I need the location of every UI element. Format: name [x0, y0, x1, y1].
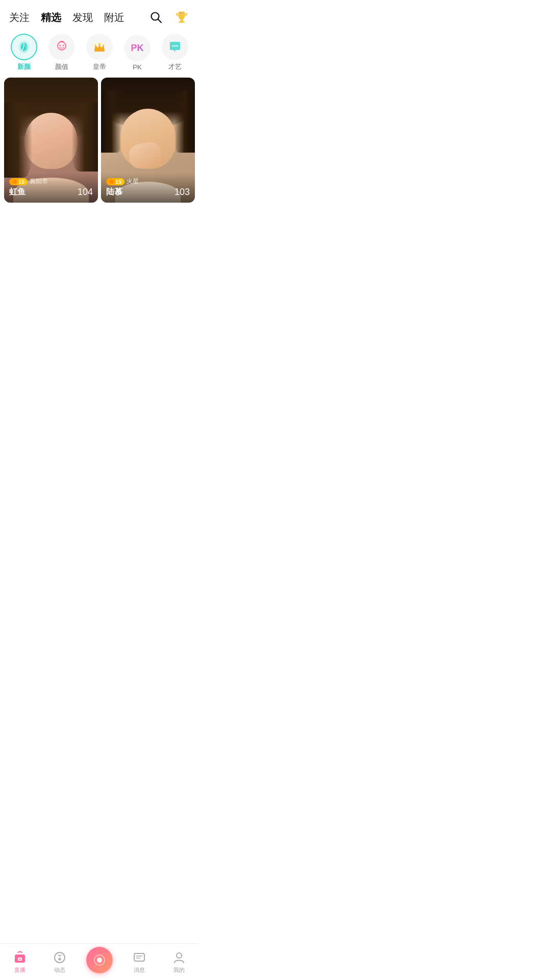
crown-icon: [92, 40, 107, 54]
card-1-location: 襄阳市: [30, 177, 48, 186]
svg-point-7: [58, 42, 66, 50]
search-icon: [149, 11, 163, 24]
nav-tab-featured[interactable]: 精选: [40, 9, 62, 27]
live-card-2[interactable]: 15 火星 陆慕 103: [101, 78, 195, 203]
svg-point-11: [98, 43, 101, 45]
card-2-overlay: 15 火星 陆慕 103: [101, 173, 195, 203]
cat-label-pk: PK: [133, 63, 141, 71]
svg-point-14: [172, 45, 174, 47]
live-card-1[interactable]: 15 襄阳市 虹鱼 104: [4, 78, 98, 203]
card-1-level: 15: [9, 178, 28, 185]
svg-point-16: [177, 45, 178, 47]
card-2-level: 15: [106, 178, 124, 185]
card-2-location: 火星: [127, 177, 139, 186]
svg-point-12: [95, 44, 96, 46]
svg-rect-3: [179, 21, 185, 23]
card-1-viewers: 104: [78, 187, 93, 198]
ranking-button[interactable]: 榜: [172, 8, 191, 27]
cat-label-talent: 才艺: [168, 62, 182, 71]
chat-bubble-icon: [168, 40, 182, 54]
svg-point-13: [103, 44, 105, 46]
card-1-overlay: 15 襄阳市 虹鱼 104: [4, 173, 98, 203]
cat-pk[interactable]: PK PK: [118, 35, 156, 71]
svg-point-8: [60, 45, 61, 46]
category-bar: 新颜 颜值 皇帝 PK: [0, 31, 199, 74]
nav-tab-discover[interactable]: 发现: [71, 9, 94, 27]
svg-point-15: [174, 45, 176, 47]
cat-talent[interactable]: 才艺: [156, 34, 194, 71]
cat-label-beauty: 颜值: [55, 62, 68, 71]
nav-tab-follow[interactable]: 关注: [8, 9, 31, 27]
cat-icon-pk-wrap: PK: [124, 35, 151, 61]
cat-beauty[interactable]: 颜值: [43, 34, 81, 71]
trophy-icon: 榜: [174, 10, 189, 25]
card-2-viewers: 103: [174, 187, 190, 198]
search-button[interactable]: [147, 8, 165, 27]
nav-tabs: 关注 精选 发现 附近: [8, 9, 147, 27]
cat-icon-new-face-wrap: [11, 34, 37, 60]
svg-point-17: [13, 180, 17, 184]
nav-tab-nearby[interactable]: 附近: [103, 9, 126, 27]
pk-text-icon: PK: [131, 43, 143, 53]
svg-rect-10: [94, 50, 105, 52]
card-2-name: 陆慕: [106, 187, 122, 198]
cat-new-face[interactable]: 新颜: [5, 34, 43, 71]
nav-icons: 榜: [147, 8, 191, 27]
top-nav: 关注 精选 发现 附近 榜: [0, 0, 199, 31]
cat-icon-beauty-wrap: [48, 34, 75, 60]
cat-icon-talent-wrap: [162, 34, 188, 60]
leaf-icon: [17, 40, 31, 54]
live-grid: 15 襄阳市 虹鱼 104: [0, 74, 199, 203]
svg-rect-2: [180, 20, 183, 21]
cat-label-emperor: 皇帝: [93, 62, 106, 71]
cat-emperor[interactable]: 皇帝: [81, 34, 118, 71]
cat-label-new-face: 新颜: [17, 62, 31, 71]
svg-point-18: [110, 180, 114, 184]
face-icon: [55, 40, 69, 54]
card-1-name: 虹鱼: [9, 187, 26, 198]
svg-point-9: [63, 45, 64, 46]
cat-icon-emperor-wrap: [86, 34, 113, 60]
svg-line-1: [158, 19, 161, 22]
